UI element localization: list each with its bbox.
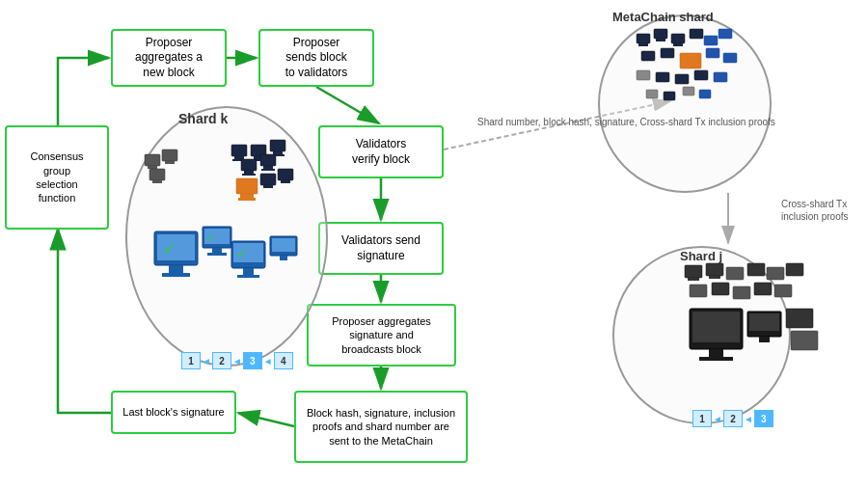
shard-info-annotation: Shard number, block hash, signature, Cro… xyxy=(477,116,775,128)
svg-text:✓: ✓ xyxy=(205,231,215,245)
svg-rect-90 xyxy=(733,286,750,299)
svg-rect-78 xyxy=(683,87,694,95)
svg-rect-57 xyxy=(637,34,650,43)
svg-rect-67 xyxy=(661,48,674,58)
seq-k-4: 4 xyxy=(274,352,293,369)
last-block-box: Last block's signature xyxy=(111,391,236,434)
svg-rect-100 xyxy=(786,309,813,328)
svg-rect-73 xyxy=(675,74,689,84)
svg-rect-94 xyxy=(692,312,740,342)
svg-rect-32 xyxy=(281,180,290,183)
svg-rect-72 xyxy=(656,72,669,82)
svg-rect-82 xyxy=(706,263,723,276)
svg-text:✓: ✓ xyxy=(162,239,176,258)
svg-rect-76 xyxy=(646,90,658,98)
svg-rect-92 xyxy=(774,285,792,297)
svg-rect-38 xyxy=(152,180,162,183)
shard-j-sequence: 1 ◄ 2 ◄ 3 xyxy=(692,410,773,427)
metachain-nodes xyxy=(627,24,800,198)
svg-rect-59 xyxy=(654,29,667,39)
svg-rect-66 xyxy=(641,51,655,61)
svg-rect-83 xyxy=(709,276,720,279)
svg-rect-81 xyxy=(688,278,699,281)
svg-text:✓: ✓ xyxy=(236,245,249,261)
svg-rect-74 xyxy=(694,70,708,80)
shard-k-label: Shard k xyxy=(178,111,228,126)
svg-rect-28 xyxy=(238,198,256,201)
svg-rect-48 xyxy=(207,253,227,256)
svg-rect-56 xyxy=(280,256,287,260)
block-hash-label: Block hash, signature, inclusion proofs … xyxy=(307,406,455,448)
svg-rect-99 xyxy=(759,337,770,342)
consensus-label: Consensus group selection function xyxy=(30,149,83,204)
cross-shard-annotation: Cross-shard Tx inclusion proofs xyxy=(781,198,868,223)
validators-verify-label: Validators verify block xyxy=(352,137,410,167)
svg-rect-43 xyxy=(162,273,190,277)
svg-rect-101 xyxy=(791,331,818,350)
svg-rect-77 xyxy=(664,92,675,100)
svg-rect-29 xyxy=(260,174,276,185)
svg-rect-88 xyxy=(690,285,707,297)
svg-rect-34 xyxy=(148,166,157,169)
svg-rect-11 xyxy=(231,145,247,156)
block-hash-box: Block hash, signature, inclusion proofs … xyxy=(294,391,468,463)
svg-rect-35 xyxy=(162,149,177,161)
svg-rect-75 xyxy=(714,72,727,82)
svg-rect-33 xyxy=(145,154,160,166)
svg-rect-52 xyxy=(243,268,254,275)
seq-k-2: 2 xyxy=(212,352,231,369)
proposer-send-box: Proposer sends block to validators xyxy=(258,29,374,87)
shard-j-nodes xyxy=(675,256,844,420)
svg-rect-87 xyxy=(786,263,803,276)
svg-rect-23 xyxy=(260,154,276,166)
svg-rect-69 xyxy=(706,48,719,58)
validators-sign-label: Validators send signature xyxy=(341,233,420,263)
svg-rect-22 xyxy=(242,174,256,176)
svg-rect-27 xyxy=(240,194,254,198)
svg-rect-62 xyxy=(673,43,683,46)
shard-k-sequence: 1 ◄ 2 ◄ 3 ◄ 4 xyxy=(181,352,293,369)
validators-sign-box: Validators send signature xyxy=(318,222,444,275)
svg-rect-89 xyxy=(712,283,729,295)
seq-j-3: 3 xyxy=(754,410,773,427)
seq-j-2: 2 xyxy=(723,410,743,427)
proposer-agg-label: Proposer aggregates a new block xyxy=(135,36,203,81)
svg-line-4 xyxy=(316,87,379,123)
svg-rect-47 xyxy=(212,248,222,253)
svg-rect-70 xyxy=(723,53,737,63)
shard-meta-label: MetaChain shard xyxy=(612,10,714,24)
svg-rect-80 xyxy=(685,265,702,278)
svg-rect-86 xyxy=(767,267,784,280)
svg-rect-21 xyxy=(244,171,254,174)
svg-rect-25 xyxy=(261,169,275,171)
svg-rect-95 xyxy=(709,349,723,357)
svg-rect-18 xyxy=(273,151,283,154)
svg-rect-96 xyxy=(699,357,733,361)
seq-k-3: 3 xyxy=(243,352,262,369)
svg-rect-55 xyxy=(272,238,295,252)
svg-rect-63 xyxy=(690,29,703,39)
proposer-send-label: Proposer sends block to validators xyxy=(285,36,348,81)
svg-rect-61 xyxy=(671,34,685,43)
svg-rect-20 xyxy=(241,159,257,171)
svg-rect-37 xyxy=(149,169,165,180)
svg-rect-24 xyxy=(263,166,273,169)
svg-rect-84 xyxy=(726,267,744,280)
svg-rect-68 xyxy=(680,53,701,68)
svg-rect-26 xyxy=(236,178,258,194)
svg-rect-71 xyxy=(637,70,650,80)
svg-rect-53 xyxy=(237,275,259,278)
svg-rect-58 xyxy=(638,43,648,46)
svg-rect-60 xyxy=(656,39,665,41)
svg-line-8 xyxy=(238,413,294,426)
svg-rect-36 xyxy=(165,161,175,164)
validators-verify-box: Validators verify block xyxy=(318,125,444,178)
proposer-broadcasts-box: Proposer aggregates signature and broadc… xyxy=(307,304,456,367)
svg-rect-85 xyxy=(747,263,765,276)
svg-rect-79 xyxy=(699,90,711,98)
svg-rect-17 xyxy=(270,140,285,151)
svg-rect-12 xyxy=(234,156,244,159)
svg-rect-65 xyxy=(719,29,732,39)
shard-k-nodes: ✓ ✓ ✓ xyxy=(135,135,328,347)
svg-rect-30 xyxy=(263,185,273,188)
